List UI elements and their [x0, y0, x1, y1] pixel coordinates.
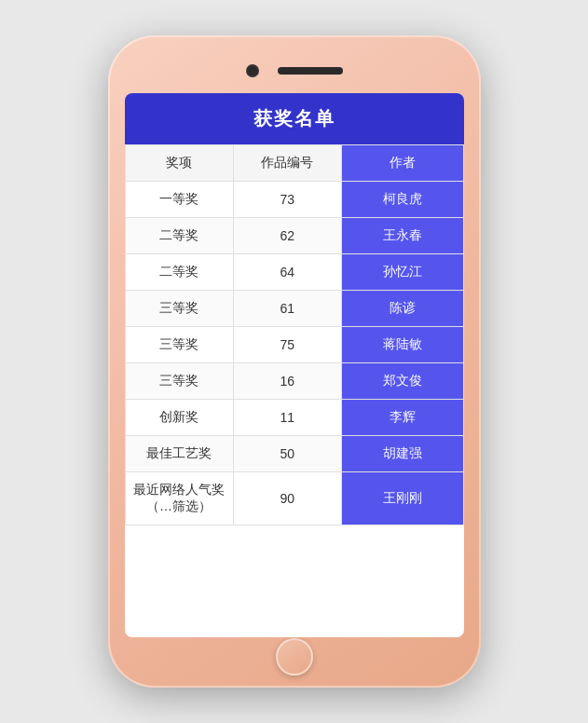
screen-content[interactable]: 获奖名单 奖项 作品编号 作者 一等奖73柯良虎二等奖62王永春二等奖64孙忆江…: [125, 93, 464, 637]
author-cell: 胡建强: [341, 436, 463, 472]
table-row: 最佳工艺奖50胡建强: [125, 436, 463, 472]
code-cell: 62: [233, 218, 341, 254]
camera-icon: [246, 64, 259, 77]
code-cell: 50: [233, 436, 341, 472]
home-button[interactable]: [276, 638, 313, 675]
award-cell: 最佳工艺奖: [125, 436, 233, 472]
speaker: [278, 67, 343, 75]
code-cell: 90: [233, 472, 341, 525]
award-cell: 三等奖: [125, 291, 233, 327]
phone-bottom: [276, 643, 313, 671]
table-row: 二等奖64孙忆江: [125, 254, 463, 291]
table-row: 最近网络人气奖（…筛选）90王刚刚: [125, 472, 463, 525]
code-cell: 64: [233, 254, 341, 291]
award-cell: 二等奖: [125, 254, 233, 291]
author-cell: 孙忆江: [341, 254, 463, 291]
award-cell: 三等奖: [125, 327, 233, 363]
author-cell: 蒋陆敏: [341, 327, 463, 363]
table-title: 获奖名单: [125, 93, 464, 144]
award-cell: 最近网络人气奖（…筛选）: [125, 472, 233, 525]
code-cell: 61: [233, 291, 341, 327]
code-cell: 75: [233, 327, 341, 363]
phone-top: [125, 52, 464, 89]
table-row: 三等奖75蒋陆敏: [125, 327, 463, 363]
table-row: 三等奖16郑文俊: [125, 363, 463, 400]
author-cell: 王永春: [341, 218, 463, 254]
award-cell: 创新奖: [125, 400, 233, 436]
award-table: 奖项 作品编号 作者 一等奖73柯良虎二等奖62王永春二等奖64孙忆江三等奖61…: [125, 144, 464, 525]
code-cell: 73: [233, 182, 341, 218]
header-code: 作品编号: [233, 145, 341, 182]
header-author: 作者: [341, 145, 463, 182]
author-cell: 李辉: [341, 400, 463, 436]
table-row: 三等奖61陈谚: [125, 291, 463, 327]
award-cell: 二等奖: [125, 218, 233, 254]
code-cell: 11: [233, 400, 341, 436]
author-cell: 陈谚: [341, 291, 463, 327]
author-cell: 郑文俊: [341, 363, 463, 400]
award-cell: 三等奖: [125, 363, 233, 400]
author-cell: 王刚刚: [341, 472, 463, 525]
table-row: 二等奖62王永春: [125, 218, 463, 254]
table-row: 创新奖11李辉: [125, 400, 463, 436]
header-award: 奖项: [125, 145, 233, 182]
code-cell: 16: [233, 363, 341, 400]
phone-frame: 获奖名单 奖项 作品编号 作者 一等奖73柯良虎二等奖62王永春二等奖64孙忆江…: [108, 35, 481, 688]
phone-screen: 获奖名单 奖项 作品编号 作者 一等奖73柯良虎二等奖62王永春二等奖64孙忆江…: [125, 93, 464, 637]
author-cell: 柯良虎: [341, 182, 463, 218]
table-row: 一等奖73柯良虎: [125, 182, 463, 218]
award-cell: 一等奖: [125, 182, 233, 218]
